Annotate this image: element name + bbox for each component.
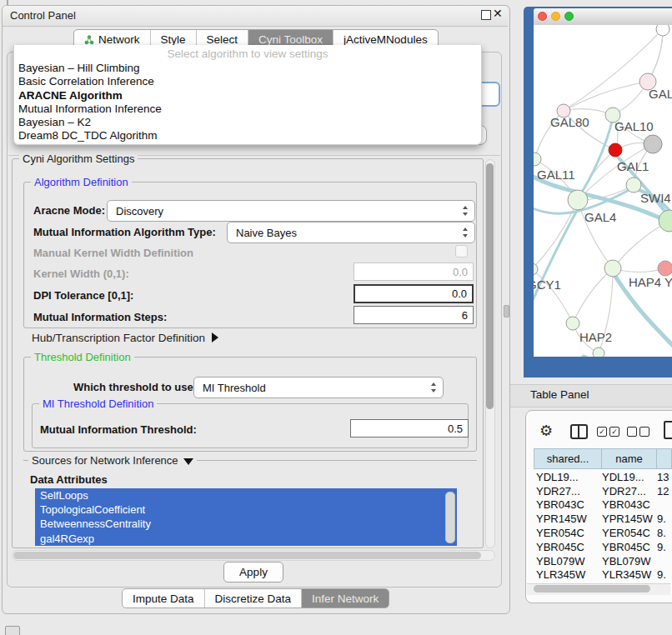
tab-discretize-data[interactable]: Discretize Data <box>204 589 302 608</box>
dpi-tolerance-label: DPI Tolerance [0,1]: <box>33 289 133 302</box>
data-attributes-label: Data Attributes <box>30 473 108 486</box>
split-columns-icon[interactable] <box>570 424 588 439</box>
column-header-3[interactable] <box>657 448 672 469</box>
attributes-list-scrollbar[interactable] <box>445 492 455 543</box>
close-icon[interactable]: ✕ <box>493 7 503 20</box>
algorithm-dropdown-list: Select algorithm to view settings Bayesi… <box>13 45 482 145</box>
network-node[interactable] <box>566 317 579 330</box>
table-row[interactable]: YPR145WYPR145W9. <box>534 512 672 526</box>
manual-kernel-checkbox[interactable] <box>455 245 468 258</box>
network-node[interactable] <box>534 152 541 166</box>
splitter-handle[interactable] <box>504 305 509 318</box>
network-canvas[interactable]: GALGAL80GAL10GAL1GAL11SWI4GAL4GCY1HAP4YH… <box>534 25 672 357</box>
table-panel-title: Table Panel <box>530 388 589 401</box>
corner-widget-icon[interactable] <box>5 626 20 635</box>
network-node[interactable] <box>609 143 622 157</box>
attribute-item-gal4rgexp[interactable]: gal4RGexp <box>35 532 457 546</box>
table-cell: 9. <box>657 541 672 553</box>
apply-button[interactable]: Apply <box>223 562 283 582</box>
select-all-checkboxes-icon[interactable]: ✓ ✓ <box>597 427 619 437</box>
group-title: MI Threshold Definition <box>39 398 157 410</box>
node-label-gal80: GAL80 <box>550 115 589 129</box>
tab-label: Impute Data <box>133 592 194 605</box>
checked-box-icon: ✓ <box>609 427 619 437</box>
mi-threshold-field[interactable]: 0.5 <box>350 419 469 438</box>
network-graph: GALGAL80GAL10GAL1GAL11SWI4GAL4GCY1HAP4YH… <box>534 25 672 357</box>
node-label-swi4: SWI4 <box>640 191 671 205</box>
sources-expander[interactable]: Sources for Network Inference <box>28 454 197 467</box>
tab-label: Network <box>98 33 140 46</box>
stepper-arrows-icon <box>431 382 437 392</box>
table-row[interactable]: YLR345WYLR345W9. <box>534 568 672 582</box>
gear-icon[interactable]: ⚙ <box>539 422 553 440</box>
column-header-2[interactable]: name <box>602 448 657 469</box>
settings-vertical-scrollbar-thumb[interactable] <box>486 163 494 409</box>
dpi-tolerance-field[interactable]: 0.0 <box>354 284 474 303</box>
aracne-mode-select[interactable]: Discovery <box>107 200 475 222</box>
attribute-item-selfloops[interactable]: SelfLoops <box>35 488 457 502</box>
node-label-y: Y <box>664 275 672 289</box>
dropdown-item-bayesian-k2[interactable]: Bayesian – K2 <box>14 116 481 129</box>
table-row[interactable]: YDR27...YDR27...12 <box>534 484 672 498</box>
network-tab-icon <box>84 34 94 45</box>
table-cell: 8. <box>657 527 672 539</box>
stepper-arrows-icon <box>463 206 469 216</box>
network-node[interactable] <box>644 135 662 153</box>
table-cell: 12 <box>657 485 672 498</box>
data-attributes-list[interactable]: SelfLoopsTopologicalCoefficientBetweenne… <box>35 488 457 546</box>
network-node[interactable] <box>626 178 641 192</box>
minimize-traffic-light-icon[interactable] <box>551 12 560 21</box>
which-threshold-label: Which threshold to use: <box>73 381 197 393</box>
table-cell: 13 <box>657 471 672 483</box>
zoom-traffic-light-icon[interactable] <box>564 12 574 21</box>
tab-infer-network[interactable]: Infer Network <box>301 589 389 608</box>
network-node[interactable] <box>604 260 621 277</box>
network-node[interactable] <box>593 348 604 357</box>
table-row[interactable]: YBR045CYBR045C9. <box>534 540 672 554</box>
attribute-item-topologicalcoefficient[interactable]: TopologicalCoefficient <box>35 502 457 517</box>
settings-horizontal-scrollbar-thumb[interactable] <box>13 552 481 559</box>
document-icon[interactable] <box>664 421 672 439</box>
dropdown-item-bayesian-hill-climbing[interactable]: Bayesian – Hill Climbing <box>14 62 481 75</box>
mi-steps-field[interactable]: 6 <box>354 306 474 324</box>
network-node[interactable] <box>658 261 672 276</box>
table-horizontal-scrollbar-thumb[interactable] <box>534 585 650 592</box>
table-row[interactable]: YBR043CYBR043C <box>534 498 672 512</box>
application-window: Control Panel ✕ NetworkStyleSelectCyni T… <box>0 0 672 635</box>
mi-steps-label: Mutual Information Steps: <box>33 311 167 323</box>
tab-label: Style <box>161 33 186 46</box>
table-cell: YPR145W <box>602 512 657 525</box>
attribute-item-betweennesscentrality[interactable]: BetweennessCentrality <box>35 517 457 531</box>
node-label-gal10: GAL10 <box>614 119 654 133</box>
network-node[interactable] <box>568 190 588 210</box>
node-label-gal1: GAL1 <box>617 159 649 173</box>
threshold-value: MI Threshold <box>194 382 266 394</box>
group-title: Cyni Algorithm Settings <box>19 152 138 165</box>
node-label-gal11: GAL11 <box>537 168 575 182</box>
table-row[interactable]: YBL079WYBL079W <box>534 554 672 568</box>
expander-right-icon <box>212 332 218 342</box>
dropdown-item-mutual-information-inference[interactable]: Mutual Information Inference <box>14 102 481 116</box>
hub-definition-expander[interactable]: Hub/Transcription Factor Definition <box>32 332 218 344</box>
group-title: Algorithm Definition <box>31 176 132 188</box>
dropdown-item-aracne-algorithm[interactable]: ARACNE Algorithm <box>14 89 481 102</box>
threshold-select[interactable]: MI Threshold <box>193 377 444 398</box>
table-cell: 9. <box>657 512 672 525</box>
kernel-width-field[interactable]: 0.0 <box>354 262 474 281</box>
unchecked-box-icon <box>639 427 649 437</box>
column-header-1[interactable]: shared... <box>534 448 602 469</box>
table-header-row: shared...name <box>534 448 672 469</box>
group-title: Threshold Definition <box>31 351 134 363</box>
tab-impute-data[interactable]: Impute Data <box>123 589 204 608</box>
network-node[interactable] <box>659 210 672 232</box>
deselect-all-checkboxes-icon[interactable] <box>627 427 649 437</box>
mi-type-select[interactable]: Naive Bayes <box>227 222 475 243</box>
table-row[interactable]: YDL19...YDL19...13 <box>534 470 672 484</box>
dropdown-item-basic-correlation-inference[interactable]: Basic Correlation Inference <box>14 75 481 88</box>
dropdown-item-dream8-dc-tdc-algorithm[interactable]: Dream8 DC_TDC Algorithm <box>14 129 481 142</box>
close-traffic-light-icon[interactable] <box>538 12 547 21</box>
network-node[interactable] <box>656 25 669 36</box>
table-row[interactable]: YER054CYER054C8. <box>534 526 672 540</box>
tab-label: Discretize Data <box>215 592 292 605</box>
float-window-icon[interactable] <box>481 10 491 20</box>
